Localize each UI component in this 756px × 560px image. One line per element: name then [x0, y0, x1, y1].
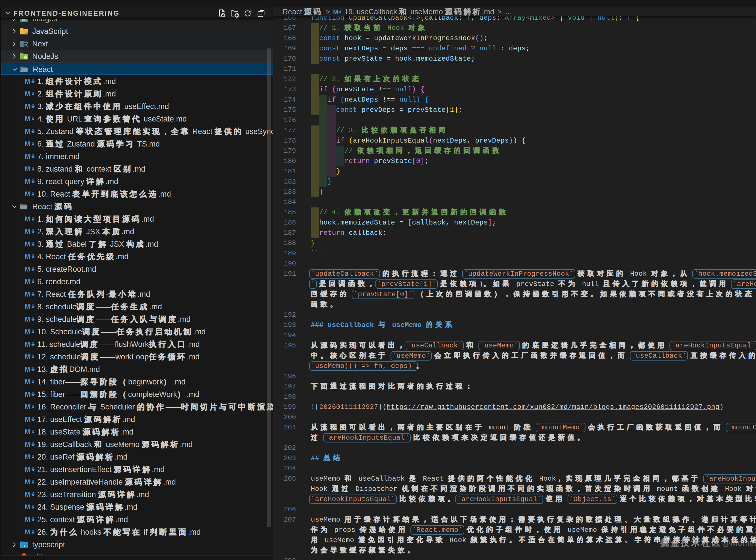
svg-text:N: N [24, 43, 27, 47]
svg-text:JS: JS [24, 31, 28, 35]
svg-text:TS: TS [24, 544, 27, 548]
